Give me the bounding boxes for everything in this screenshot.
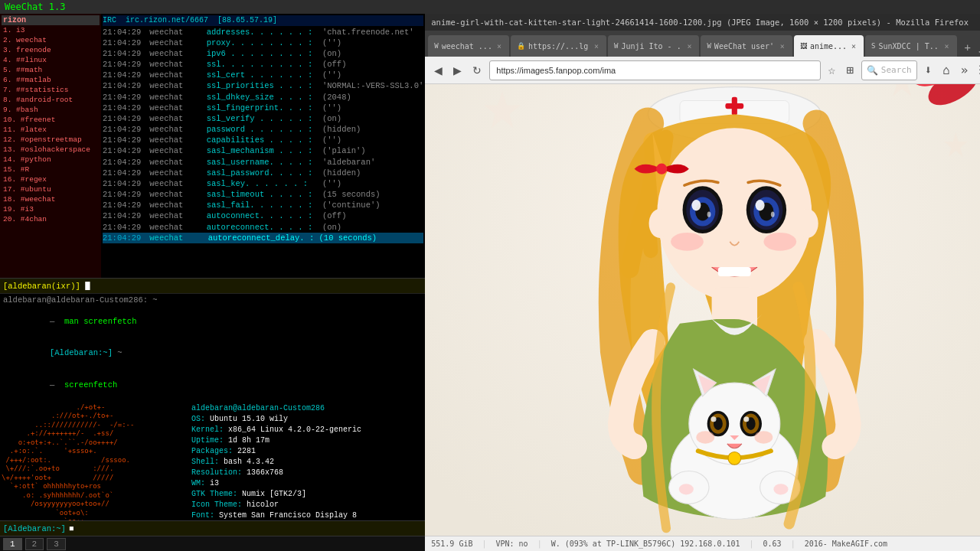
overflow-icon[interactable]: » — [958, 60, 972, 80]
sidebar-item-freenet[interactable]: 10. #freenet — [2, 115, 100, 125]
tab-favicon-lgrab: 🔒 — [517, 42, 525, 50]
tab-close-anime[interactable]: × — [850, 42, 858, 51]
sidebar-server[interactable]: rizon — [2, 15, 100, 25]
chat-line: 21:04:29 weechat ssl_priorities . . . : … — [103, 80, 423, 91]
firefox-tab-junji[interactable]: W Junji Ito - ... × — [608, 35, 699, 57]
input-prefix: [aldebaran(ixr)] — [3, 282, 85, 291]
tab-label-weechatuser: WeeChat user' ... — [714, 42, 776, 51]
svg-rect-10 — [732, 97, 737, 116]
svg-point-40 — [711, 416, 717, 422]
menu-icon[interactable]: ☰ — [975, 60, 980, 80]
anime-image — [425, 84, 980, 536]
tab-1[interactable]: 1 — [3, 538, 22, 550]
terminal-bottom-bar[interactable]: [Aldebaran:~] ■ — [0, 520, 425, 536]
tab-2[interactable]: 2 — [25, 538, 44, 550]
firefox-tabs: W weechat ... × 🔒 https://...lgrab.py × … — [425, 31, 980, 57]
sidebar-item-ubuntu[interactable]: 17. #ubuntu — [2, 184, 100, 194]
reload-button[interactable]: ↻ — [469, 61, 485, 80]
chat-line: 21:04:29 weechat ssl_verify . . . . . : … — [103, 113, 423, 124]
tab-close-weechatuser[interactable]: × — [779, 42, 786, 51]
sidebar-item-python[interactable]: 14. #python — [2, 155, 100, 165]
back-button[interactable]: ◀ — [431, 61, 446, 80]
tab-close-weechat[interactable]: × — [495, 42, 503, 51]
sidebar-item-#math[interactable]: 5. ##math — [2, 65, 100, 75]
sidebar-item-latex[interactable]: 11. #latex — [2, 125, 100, 135]
sidebar-item-i3[interactable]: 1. i3 — [2, 25, 100, 35]
sidebar-item-weechat[interactable]: 2. weechat — [2, 35, 100, 45]
terminal-bottom-cursor: ■ — [69, 524, 74, 533]
sidebar-item-bash[interactable]: 9. #bash — [2, 105, 100, 115]
svg-point-18 — [707, 212, 711, 217]
tab-close-junji[interactable]: × — [685, 42, 693, 51]
firefox-tab-anime[interactable]: 🖼 anime... × — [794, 35, 864, 57]
sidebar-item-weechat[interactable]: 18. #weechat — [2, 194, 100, 204]
tab-favicon-weechat: W — [434, 42, 438, 50]
terminal-user-host: aldebaran@aldebaran-Custom286: ~ — [3, 295, 158, 305]
tab-favicon-sunxdcc: S — [871, 42, 875, 50]
firefox-tab-sunxdcc[interactable]: S SunXDCC | T... × — [865, 35, 956, 57]
chat-line: 21:04:29 weechat ssl_cert . . . . . . : … — [103, 70, 423, 80]
sidebar-item-freenode[interactable]: 3. freenode — [2, 45, 100, 55]
svg-point-47 — [755, 431, 773, 444]
svg-point-29 — [796, 209, 818, 238]
chat-line: 21:04:29 weechat autoreconnect. . . . : … — [103, 222, 423, 233]
bookmark-icon[interactable]: ☆ — [825, 60, 839, 80]
firefox-nav: ◀ ▶ ↻ ☆ ⊞ 🔍 Search ⬇ ⌂ » ☰ — [425, 57, 980, 84]
tab-close-sunxdcc[interactable]: × — [943, 42, 951, 51]
chat-area: rizon 1. i32. weechat3. freenode4. ##lin… — [0, 14, 425, 278]
firefox-tab-weechat[interactable]: W weechat ... × — [428, 35, 509, 57]
firefox-title: anime-girl-with-cat-kitten-star-light-24… — [431, 18, 969, 27]
term-line-prompt2: [Aldebaran:~] ~ — [2, 338, 423, 370]
sidebar-item-#matlab[interactable]: 6. ##matlab — [2, 75, 100, 85]
sidebar-item-R[interactable]: 15. #R — [2, 165, 100, 174]
svg-point-27 — [764, 233, 797, 251]
forward-button[interactable]: ▶ — [450, 61, 465, 80]
tab-label-lgrab: https://...lgrab.py — [528, 42, 590, 51]
firefox-content — [425, 84, 980, 536]
home-icon[interactable]: ⌂ — [939, 60, 953, 80]
search-icon: 🔍 — [867, 65, 878, 76]
chat-line: 21:04:29 weechat ssl_fingerprint. . . : … — [103, 103, 423, 113]
chat-line: 21:04:29 weechat sasl_fail. . . . . . : … — [103, 200, 423, 210]
svg-rect-25 — [718, 267, 751, 276]
chat-line: 21:04:29 weechat ssl_dhkey_size . . . : … — [103, 92, 423, 103]
chat-input-bar[interactable]: [aldebaran(ixr)] █ — [0, 278, 425, 293]
download-icon[interactable]: ⬇ — [922, 60, 936, 80]
chat-lines-container: 21:04:29 weechat addresses. . . . . . : … — [103, 27, 423, 233]
tab-3[interactable]: 3 — [47, 538, 66, 550]
sidebar-item-#linux[interactable]: 4. ##linux — [2, 55, 100, 65]
firefox-tab-lgrab[interactable]: 🔒 https://...lgrab.py × — [511, 35, 606, 57]
new-tab-button[interactable]: + — [959, 38, 977, 57]
weechat-title: WeeChat 1.3 — [5, 2, 65, 12]
sidebar-item-openstreetmap[interactable]: 12. #openstreetmap — [2, 135, 100, 145]
tab-close-lgrab[interactable]: × — [593, 42, 600, 51]
svg-point-51 — [679, 484, 694, 494]
sidebar-item-4chan[interactable]: 20. #4chan — [2, 214, 100, 224]
chat-line: 21:04:29 weechat proxy. . . . . . . . : … — [103, 37, 423, 48]
chat-highlight-line: 21:04:29 weechat autoreconnect_delay. : … — [103, 233, 423, 243]
sidebar-item-oslohackerspace[interactable]: 13. #oslohackerspace — [2, 145, 100, 155]
firefox-tab-weechatuser[interactable]: W WeeChat user' ... × — [701, 35, 792, 57]
term-line-sf-cmd: — screenfetch — [2, 370, 423, 402]
chat-messages: IRC irc.rizon.net/6667 [88.65.57.19] 21:… — [101, 14, 425, 278]
chat-line: 21:04:29 weechat sasl_password. . . . : … — [103, 168, 423, 178]
terminal-bottom-prompt: [Aldebaran:~] — [3, 524, 66, 533]
url-bar[interactable] — [489, 60, 820, 80]
svg-point-28 — [649, 209, 671, 238]
sidebar-item-#statistics[interactable]: 7. ##statistics — [2, 85, 100, 95]
term-line-man-cmd: — man screenfetch — [2, 306, 423, 338]
pocket-icon[interactable]: ⊞ — [843, 60, 857, 80]
status-divider4: | — [791, 540, 795, 548]
search-bar[interactable]: 🔍 Search — [861, 60, 917, 80]
tab-label-weechat: weechat ... — [442, 42, 492, 51]
chat-line: 21:04:29 weechat sasl_username. . . . : … — [103, 157, 423, 168]
svg-point-44 — [743, 416, 749, 422]
tab-favicon-anime: 🖼 — [800, 42, 807, 50]
sidebar-item-android-root[interactable]: 8. #android-root — [2, 95, 100, 105]
status-divider2: | — [537, 540, 542, 548]
sidebar: rizon 1. i32. weechat3. freenode4. ##lin… — [0, 14, 101, 278]
status-divider1: | — [482, 540, 486, 548]
sidebar-item-regex[interactable]: 16. #regex — [2, 174, 100, 184]
sidebar-item-i3[interactable]: 19. #i3 — [2, 204, 100, 214]
chat-line: 21:04:29 weechat capabilities . . . . : … — [103, 135, 423, 145]
